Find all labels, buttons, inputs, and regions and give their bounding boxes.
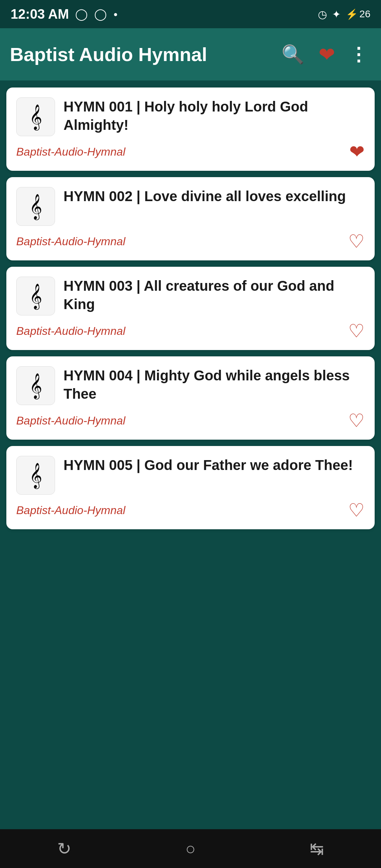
hymn-title-001: HYMN 001 | Holy holy holy Lord God Almig… (64, 99, 308, 133)
status-bar: 12:03 AM ◯ ◯ ● ◷ ✦ ⚡ 26 (0, 0, 381, 28)
status-time: 12:03 AM (11, 7, 69, 22)
status-left: 12:03 AM ◯ ◯ ● (11, 7, 118, 22)
hymn-text-001: HYMN 001 | Holy holy holy Lord God Almig… (64, 97, 365, 134)
hymn-source-004: Baptist-Audio-Hymnal (16, 414, 125, 427)
app-toolbar: Baptist Audio Hymnal 🔍 ❤ ⋮ (0, 28, 381, 80)
notification-dot: ● (113, 10, 117, 18)
status-right: ◷ ✦ ⚡ 26 (318, 8, 370, 20)
hymn-card-top: 𝄞 HYMN 002 | Love divine all loves excel… (16, 187, 365, 226)
hymn-card-bottom-001: Baptist-Audio-Hymnal ❤ (16, 141, 365, 162)
alarm-icon: ◷ (318, 8, 327, 20)
hymn-card-001[interactable]: 𝄞 HYMN 001 | Holy holy holy Lord God Alm… (6, 88, 375, 171)
hymn-title-003: HYMN 003 | All creatures of our God and … (64, 278, 334, 312)
recent-apps-button[interactable]: ↹ (299, 835, 334, 862)
favorite-button-005[interactable]: ♡ (348, 500, 365, 521)
hymn-source-002: Baptist-Audio-Hymnal (16, 235, 125, 248)
hymn-card-top: 𝄞 HYMN 004 | Mighty God while angels ble… (16, 366, 365, 405)
hymn-source-003: Baptist-Audio-Hymnal (16, 325, 125, 338)
hymn-text-005: HYMN 005 | God our Father we adore Thee! (64, 456, 365, 474)
music-note-icon-002: 𝄞 (16, 187, 55, 226)
hymn-card-005[interactable]: 𝄞 HYMN 005 | God our Father we adore The… (6, 446, 375, 529)
hymn-text-002: HYMN 002 | Love divine all loves excelli… (64, 187, 365, 205)
favorites-heart-icon[interactable]: ❤ (315, 40, 339, 70)
battery-level: 26 (359, 8, 370, 20)
app-title: Baptist Audio Hymnal (10, 43, 271, 65)
favorite-button-002[interactable]: ♡ (348, 231, 365, 252)
hymn-card-bottom-005: Baptist-Audio-Hymnal ♡ (16, 500, 365, 521)
hymn-card-004[interactable]: 𝄞 HYMN 004 | Mighty God while angels ble… (6, 356, 375, 440)
whatsapp-icon: ◯ (94, 7, 107, 21)
hymn-title-004: HYMN 004 | Mighty God while angels bless… (64, 368, 350, 402)
hymn-title-002: HYMN 002 | Love divine all loves excelli… (64, 188, 346, 204)
hymn-source-005: Baptist-Audio-Hymnal (16, 504, 125, 517)
search-icon[interactable]: 🔍 (278, 40, 308, 69)
hymn-card-top: 𝄞 HYMN 005 | God our Father we adore The… (16, 456, 365, 495)
music-note-icon-004: 𝄞 (16, 366, 55, 405)
hymn-card-002[interactable]: 𝄞 HYMN 002 | Love divine all loves excel… (6, 177, 375, 260)
hymn-text-004: HYMN 004 | Mighty God while angels bless… (64, 366, 365, 403)
hymn-card-top: 𝄞 HYMN 001 | Holy holy holy Lord God Alm… (16, 97, 365, 136)
charging-icon: ⚡ (346, 8, 358, 20)
hymn-card-top: 𝄞 HYMN 003 | All creatures of our God an… (16, 277, 365, 315)
bluetooth-icon: ✦ (332, 8, 341, 20)
music-note-icon-001: 𝄞 (16, 97, 55, 136)
hymn-card-bottom-003: Baptist-Audio-Hymnal ♡ (16, 320, 365, 342)
hymn-title-005: HYMN 005 | God our Father we adore Thee! (64, 457, 353, 473)
back-button[interactable]: ↻ (47, 835, 82, 862)
hymn-source-001: Baptist-Audio-Hymnal (16, 145, 125, 158)
favorite-button-003[interactable]: ♡ (348, 320, 365, 342)
hymn-card-bottom-002: Baptist-Audio-Hymnal ♡ (16, 231, 365, 252)
hymn-list: 𝄞 HYMN 001 | Holy holy holy Lord God Alm… (0, 80, 381, 536)
facebook-icon: ◯ (75, 7, 88, 21)
home-button[interactable]: ○ (175, 836, 206, 862)
hymn-card-003[interactable]: 𝄞 HYMN 003 | All creatures of our God an… (6, 267, 375, 350)
bottom-nav-bar: ↻ ○ ↹ (0, 829, 381, 868)
hymn-card-bottom-004: Baptist-Audio-Hymnal ♡ (16, 410, 365, 431)
hymn-text-003: HYMN 003 | All creatures of our God and … (64, 277, 365, 313)
battery-indicator: ⚡ 26 (346, 8, 370, 20)
favorite-button-001[interactable]: ❤ (349, 141, 365, 162)
music-note-icon-005: 𝄞 (16, 456, 55, 495)
more-options-icon[interactable]: ⋮ (346, 40, 371, 68)
favorite-button-004[interactable]: ♡ (348, 410, 365, 431)
music-note-icon-003: 𝄞 (16, 277, 55, 315)
